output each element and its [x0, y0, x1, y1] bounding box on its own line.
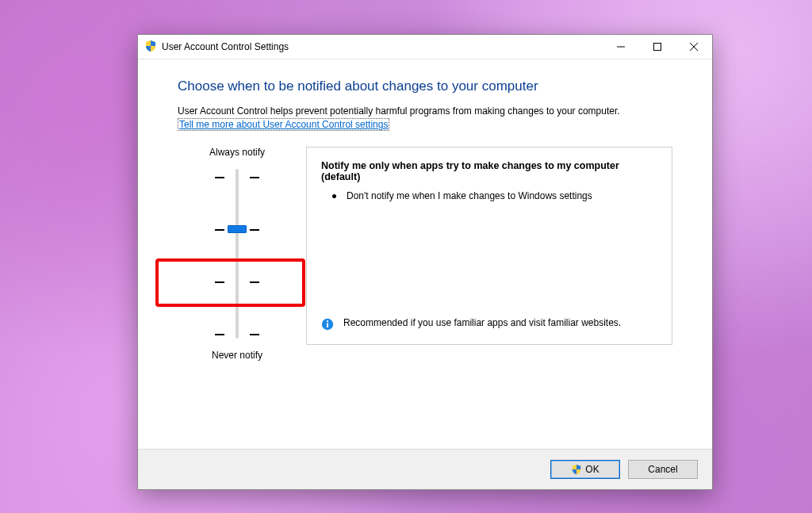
slider-label-bottom: Never notify	[178, 350, 297, 361]
svg-rect-2	[327, 323, 328, 327]
svg-rect-0	[654, 44, 661, 51]
cancel-button-label: Cancel	[648, 464, 677, 475]
level-bullet-text: Don't notify me when I make changes to W…	[347, 190, 592, 201]
svg-point-3	[327, 320, 328, 322]
dialog-footer: OK Cancel	[138, 449, 712, 489]
info-icon	[321, 318, 339, 333]
uac-settings-window: User Account Control Settings Choose whe…	[137, 34, 713, 490]
help-text: User Account Control helps prevent poten…	[178, 105, 672, 117]
ok-button[interactable]: OK	[550, 460, 620, 479]
slider-thumb[interactable]	[228, 225, 247, 233]
content-area: Choose when to be notified about changes…	[138, 59, 712, 449]
page-heading: Choose when to be notified about changes…	[178, 78, 672, 94]
minimize-button[interactable]	[603, 35, 639, 59]
ok-button-label: OK	[585, 464, 599, 475]
maximize-button[interactable]	[639, 35, 676, 59]
recommendation-text: Recommended if you use familiar apps and…	[343, 317, 621, 328]
notification-slider: Always notify Never notify	[178, 147, 297, 361]
close-button[interactable]	[676, 35, 712, 59]
slider-track	[236, 169, 239, 339]
recommendation: Recommended if you use familiar apps and…	[321, 317, 657, 333]
cancel-button[interactable]: Cancel	[628, 460, 698, 479]
help-link[interactable]: Tell me more about User Account Control …	[178, 118, 389, 131]
titlebar[interactable]: User Account Control Settings	[138, 35, 712, 59]
level-description-box: Notify me only when apps try to make cha…	[306, 147, 672, 345]
window-title: User Account Control Settings	[162, 41, 289, 52]
slider-label-top: Always notify	[178, 147, 297, 158]
slider-track-area[interactable]	[205, 163, 269, 345]
level-bullet: Don't notify me when I make changes to W…	[332, 190, 657, 201]
shield-icon	[144, 40, 157, 55]
level-title: Notify me only when apps try to make cha…	[321, 160, 657, 182]
